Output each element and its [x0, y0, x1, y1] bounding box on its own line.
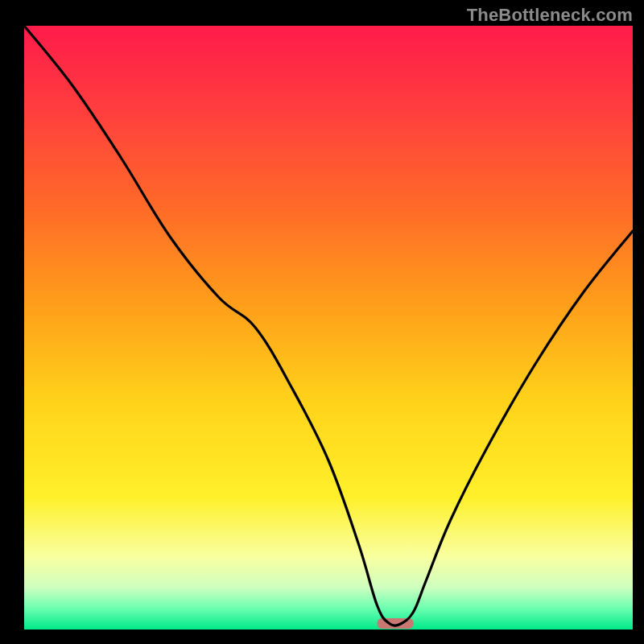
- plot-background: [24, 26, 633, 630]
- watermark-text: TheBottleneck.com: [467, 5, 633, 26]
- chart-frame: { "watermark": { "text": "TheBottleneck.…: [0, 0, 644, 644]
- bottleneck-chart: [0, 0, 644, 644]
